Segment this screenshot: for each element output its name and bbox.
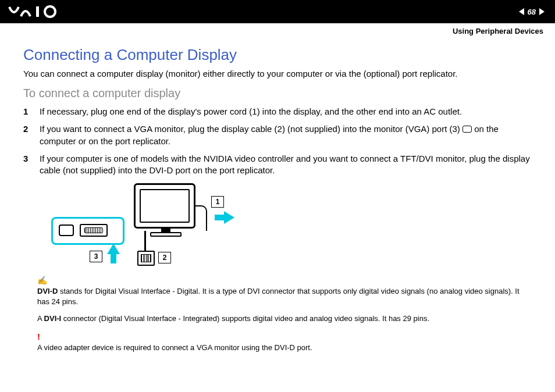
note-dvi-i: A DVI-I connector (Digital Visual Interf… bbox=[37, 313, 532, 324]
step-number: 3 bbox=[23, 153, 31, 177]
arrow-right-icon bbox=[224, 211, 234, 224]
vga-connector-icon bbox=[137, 251, 155, 266]
header-bar: 68 bbox=[0, 0, 555, 23]
note-pencil-icon: ✍ bbox=[37, 275, 532, 286]
power-cable-icon bbox=[195, 205, 207, 231]
svg-point-1 bbox=[45, 6, 55, 17]
arrow-up-icon bbox=[107, 244, 120, 254]
step-3: 3 If your computer is one of models with… bbox=[23, 153, 532, 177]
page-nav: 68 bbox=[519, 8, 545, 16]
warning-icon: ! bbox=[37, 331, 532, 343]
step-text-pre: If you want to connect a VGA monitor, pl… bbox=[40, 124, 462, 134]
breadcrumb: Using Peripheral Devices bbox=[0, 23, 555, 35]
note-warning: A video adapter device is required to co… bbox=[37, 343, 532, 353]
page-title: Connecting a Computer Display bbox=[23, 46, 532, 64]
svg-rect-0 bbox=[36, 6, 39, 17]
callout-3: 3 bbox=[90, 251, 102, 262]
dvi-i-text: connector (Digital Visual Interface - In… bbox=[61, 314, 429, 323]
dvi-d-label: DVI-D bbox=[37, 287, 58, 295]
section-subhead: To connect a computer display bbox=[23, 87, 532, 100]
callout-1: 1 bbox=[211, 196, 224, 208]
vaio-logo-svg bbox=[8, 5, 72, 19]
note-dvi-d: DVI-D stands for Digital Visual Interfac… bbox=[37, 286, 532, 307]
notes-section: ✍ DVI-D stands for Digital Visual Interf… bbox=[0, 275, 555, 352]
page-number: 68 bbox=[528, 8, 536, 16]
step-2: 2 If you want to connect a VGA monitor, … bbox=[23, 123, 532, 147]
connection-diagram: 1 2 3 bbox=[47, 182, 256, 269]
dvi-i-label: DVI-I bbox=[44, 314, 62, 323]
step-text: If you want to connect a VGA monitor, pl… bbox=[40, 123, 532, 147]
vga-port-icon bbox=[462, 126, 472, 133]
step-number: 2 bbox=[23, 123, 31, 147]
step-text: If your computer is one of models with t… bbox=[40, 153, 532, 177]
dvi-d-text: stands for Digital Visual Interface - Di… bbox=[37, 287, 520, 306]
prev-page-arrow-icon[interactable] bbox=[519, 8, 524, 15]
step-text: If necessary, plug one end of the displa… bbox=[40, 106, 462, 117]
next-page-arrow-icon[interactable] bbox=[539, 8, 545, 15]
dvi-i-pre: A bbox=[37, 314, 44, 323]
port-replicator-icon bbox=[51, 217, 124, 245]
monitor-icon bbox=[134, 183, 198, 241]
step-1: 1 If necessary, plug one end of the disp… bbox=[23, 106, 532, 117]
step-number: 1 bbox=[23, 106, 31, 117]
intro-text: You can connect a computer display (moni… bbox=[23, 69, 532, 79]
vaio-logo bbox=[8, 5, 72, 19]
callout-2: 2 bbox=[158, 252, 171, 263]
steps-list: 1 If necessary, plug one end of the disp… bbox=[23, 106, 532, 176]
